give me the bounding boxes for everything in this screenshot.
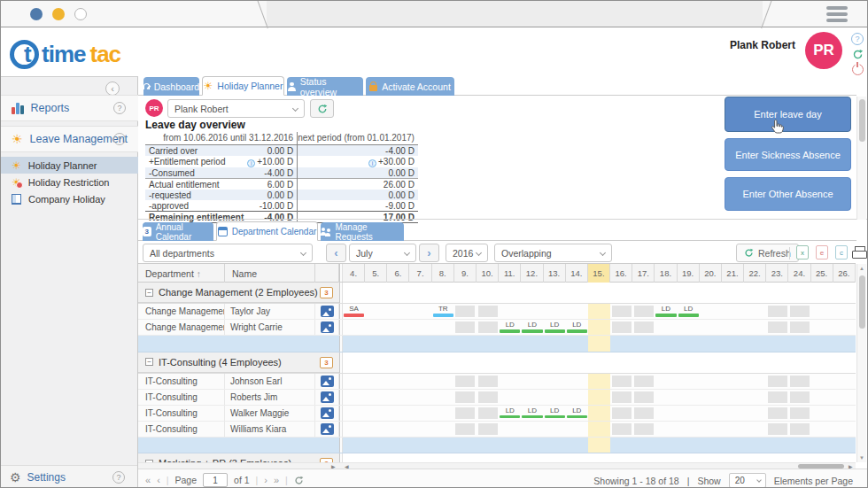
sidebar-item-reports[interactable]: Reports ? (1, 95, 138, 121)
prev-page-button[interactable]: ‹ (157, 475, 160, 485)
group-annual-calendar-icon[interactable]: 3 (320, 357, 333, 368)
logout-icon[interactable] (851, 63, 864, 75)
avatar[interactable]: PR (805, 32, 842, 69)
day-header-cell[interactable]: 4. (343, 264, 365, 283)
user-calendar-icon[interactable] (321, 391, 334, 403)
sidebar-item-holiday-restriction[interactable]: ☀ Holiday Restriction (1, 174, 138, 190)
scrollbar-thumb[interactable] (859, 275, 865, 329)
user-calendar-icon[interactable] (321, 306, 334, 317)
group-row[interactable]: −Marketing + PR (3 Employees)3 (138, 453, 856, 462)
view-mode-select[interactable]: Overlapping (494, 244, 612, 262)
csv-export-icon[interactable]: c (835, 245, 848, 259)
day-header-cell[interactable]: 11. (499, 264, 521, 283)
employee-row[interactable]: Change ManagementTaylor JaySATRLDLD (138, 304, 856, 320)
user-calendar-icon[interactable] (321, 407, 334, 419)
absence-event[interactable]: LD (522, 407, 542, 420)
help-icon[interactable]: ? (851, 33, 864, 45)
refresh-icon[interactable] (851, 48, 864, 60)
day-header-cell[interactable]: 20. (700, 264, 722, 283)
absence-event[interactable]: SA (344, 305, 364, 318)
prev-month-button[interactable]: ‹ (326, 244, 346, 262)
day-header-cell[interactable]: 25. (811, 264, 833, 283)
day-header-cell[interactable]: 24. (788, 264, 810, 283)
sidebar-collapse-icon[interactable]: ‹ (105, 81, 120, 96)
window-button-white[interactable] (74, 8, 87, 20)
employee-row[interactable]: IT-ConsultingWilliams Kiara (138, 422, 856, 438)
department-filter-select[interactable]: All departments (143, 244, 313, 262)
group-annual-calendar-icon[interactable]: 3 (320, 287, 333, 298)
next-page-button[interactable]: › (264, 475, 267, 485)
employee-row[interactable]: IT-ConsultingJohnson Earl (138, 374, 856, 390)
tab-dashboard[interactable]: Dashboard (143, 77, 199, 96)
day-header-cell[interactable]: 12. (521, 264, 543, 283)
absence-event[interactable]: LD (500, 321, 520, 334)
help-icon[interactable]: ? (112, 471, 125, 484)
grid-horizontal-scrollbar[interactable]: ▶ ◀ ▶ (138, 462, 856, 469)
scroll-up-icon[interactable]: ▲ (859, 266, 864, 271)
grid-scrollbar[interactable]: ▲ ▼ (856, 264, 866, 462)
absence-event[interactable]: LD (500, 407, 520, 420)
day-header-cell[interactable]: 22. (744, 264, 766, 283)
day-header-cell[interactable]: 9. (454, 264, 477, 283)
employee-row[interactable]: IT-ConsultingRoberts Jim (138, 390, 856, 406)
excel-export-icon[interactable]: x (796, 245, 809, 259)
employee-row[interactable]: Change ManagementWright CarrieLDLDLDLD (138, 320, 856, 336)
tab-annual-calendar[interactable]: 3 Annual Calendar (143, 222, 213, 241)
collapse-group-icon[interactable]: − (145, 358, 153, 366)
day-header-cell[interactable]: 15. (588, 264, 610, 283)
absence-event[interactable]: LD (567, 321, 587, 334)
scrollbar-thumb[interactable] (859, 99, 865, 142)
day-header-cell[interactable]: 13. (544, 264, 566, 283)
absence-event[interactable]: LD (678, 305, 699, 318)
refresh-icon[interactable] (294, 476, 304, 485)
day-header-cell[interactable]: 10. (477, 264, 499, 283)
day-header-cell[interactable]: 8. (432, 264, 454, 283)
collapse-group-icon[interactable]: − (145, 289, 153, 297)
absence-event[interactable]: LD (545, 407, 565, 420)
last-page-button[interactable]: » (274, 475, 279, 485)
employee-row[interactable]: IT-ConsultingWalker MaggieLDLDLDLD (138, 406, 856, 422)
enter-sickness-absence-button[interactable]: Enter Sickness Absence (725, 138, 851, 171)
month-select[interactable]: July (349, 244, 416, 262)
absence-event[interactable]: LD (545, 321, 565, 334)
sidebar-item-settings[interactable]: ⚙ Settings ? (1, 465, 137, 488)
day-header-cell[interactable]: 7. (410, 264, 432, 283)
user-calendar-icon[interactable] (321, 376, 334, 387)
info-icon[interactable]: i (247, 159, 255, 167)
absence-event[interactable]: LD (567, 407, 587, 420)
tab-holiday-planner[interactable]: ☀ Holiday Planner (202, 76, 284, 96)
day-header-cell[interactable]: 16. (610, 264, 632, 283)
day-header-cell[interactable]: 17. (632, 264, 655, 283)
tab-department-calendar[interactable]: Department Calendar (216, 221, 318, 241)
name-column-header[interactable]: Name (225, 264, 315, 283)
first-page-button[interactable]: « (145, 475, 151, 485)
tab-activate-account[interactable]: Activate Account (366, 77, 454, 96)
group-row[interactable]: −Change Management (2 Employees)3 (138, 283, 856, 304)
user-calendar-icon[interactable] (321, 321, 334, 333)
absence-event[interactable]: LD (655, 305, 676, 318)
user-calendar-icon[interactable] (321, 423, 334, 435)
tab-status-overview[interactable]: Status overview (287, 77, 363, 96)
day-header-cell[interactable]: 21. (722, 264, 744, 283)
day-header-cell[interactable]: 26. (833, 264, 856, 283)
panel-scrollbar[interactable] (856, 97, 866, 220)
department-column-header[interactable]: Department ↑ (138, 264, 225, 283)
help-icon[interactable]: ? (113, 133, 126, 145)
tab-manage-requests[interactable]: Manage Requests (321, 222, 404, 241)
page-input[interactable]: 1 (203, 473, 228, 487)
day-header-cell[interactable]: 5. (365, 264, 387, 283)
print-icon[interactable] (852, 245, 866, 259)
day-header-cell[interactable]: 18. (655, 264, 677, 283)
window-button-yellow[interactable] (52, 8, 65, 20)
page-size-select[interactable]: 20 (729, 473, 766, 488)
absence-event[interactable]: LD (522, 321, 542, 334)
enter-other-absence-button[interactable]: Enter Other Absence (725, 177, 851, 211)
year-select[interactable]: 2016 (446, 244, 488, 262)
menu-icon[interactable] (826, 6, 848, 25)
pdf-export-icon[interactable]: e (816, 245, 828, 259)
sidebar-item-leave-management[interactable]: ☀ Leave Management ? (1, 126, 138, 152)
info-icon[interactable]: i (368, 159, 376, 167)
next-month-button[interactable]: › (419, 244, 439, 262)
user-select[interactable]: Plank Robert (167, 99, 305, 118)
scroll-down-icon[interactable]: ▼ (859, 455, 864, 461)
